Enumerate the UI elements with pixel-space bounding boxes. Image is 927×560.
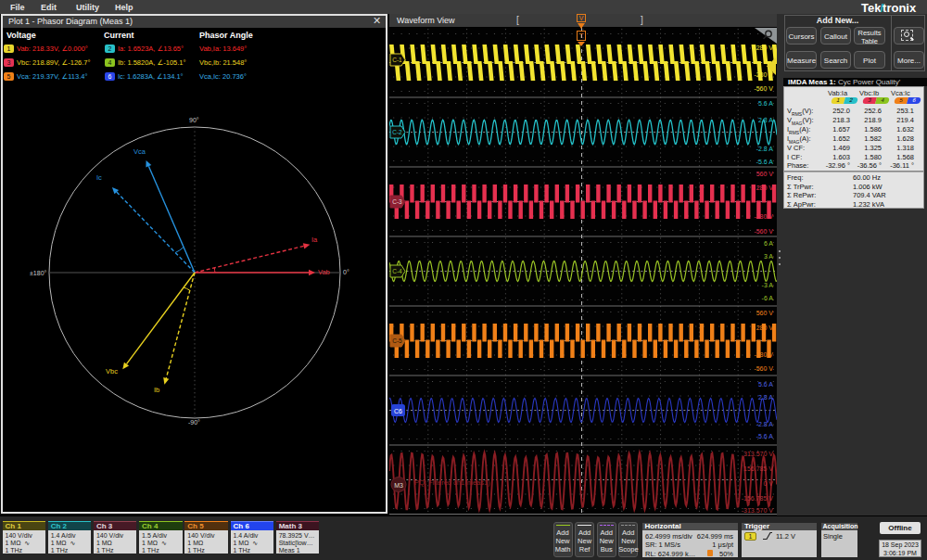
svg-text:-560 V: -560 V (754, 365, 773, 372)
svg-text:0°: 0° (343, 269, 349, 275)
svg-text:PQ: Filtered ch1(meas1): PQ: Filtered ch1(meas1) (414, 478, 490, 487)
svg-text:5.6 A: 5.6 A (758, 381, 773, 388)
svg-text:280 V: 280 V (756, 185, 774, 191)
svg-text:-5.6 A: -5.6 A (756, 433, 774, 439)
svg-text:313.570 V: 313.570 V (743, 451, 773, 457)
svg-text:M3: M3 (394, 482, 403, 489)
svg-text:C-5: C-5 (392, 337, 402, 344)
svg-text:Vbc: Vbc (106, 367, 118, 375)
svg-text:3 A: 3 A (764, 253, 773, 260)
svg-text:-560 V: -560 V (754, 228, 773, 235)
svg-text:Ic: Ic (96, 173, 102, 182)
svg-text:-3 A: -3 A (762, 282, 774, 288)
svg-text:C-4: C-4 (392, 268, 402, 274)
svg-text:-313.570 V: -313.570 V (742, 507, 774, 514)
svg-text:0 V: 0 V (763, 480, 773, 487)
svg-text:-156.785 V: -156.785 V (742, 495, 774, 502)
svg-text:-6 A: -6 A (762, 295, 774, 301)
svg-text:-560 V: -560 V (754, 85, 773, 92)
svg-text:Ib: Ib (154, 386, 159, 394)
svg-text:560 V: 560 V (756, 310, 774, 316)
svg-text:5.6 A: 5.6 A (758, 100, 773, 107)
svg-text:C-2: C-2 (392, 129, 402, 135)
svg-text:156.785 V: 156.785 V (743, 465, 773, 472)
svg-text:C-3: C-3 (392, 198, 402, 205)
svg-text:6 A: 6 A (764, 240, 773, 247)
svg-text:-280 V: -280 V (754, 71, 773, 78)
svg-text:Vca: Vca (133, 147, 146, 156)
svg-text:±180°: ±180° (30, 270, 47, 276)
svg-text:-280 V: -280 V (754, 351, 773, 358)
svg-text:560 V: 560 V (756, 171, 774, 177)
svg-text:90°: 90° (189, 117, 199, 123)
svg-text:280 V: 280 V (756, 325, 774, 331)
svg-text:C-1: C-1 (392, 57, 402, 63)
svg-text:Ia: Ia (311, 235, 318, 244)
svg-text:-280 V: -280 V (754, 213, 773, 220)
svg-text:2.8 A: 2.8 A (758, 117, 773, 123)
svg-text:-2.8 A: -2.8 A (756, 421, 774, 427)
svg-text:Vab: Vab (318, 268, 330, 276)
svg-text:-5.6 A: -5.6 A (756, 159, 774, 165)
svg-text:2.8 A: 2.8 A (758, 394, 773, 401)
svg-text:C6: C6 (394, 408, 402, 414)
svg-text:-2.8 A: -2.8 A (756, 146, 774, 152)
svg-text:280 V: 280 V (756, 45, 774, 51)
svg-text:-90°: -90° (188, 419, 200, 426)
